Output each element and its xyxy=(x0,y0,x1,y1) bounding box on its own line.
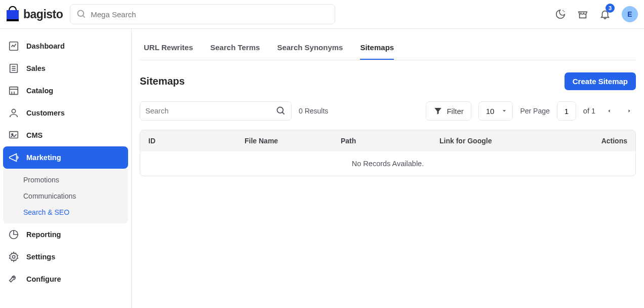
notifications-button[interactable]: 3 xyxy=(599,9,611,20)
main-content: URL Rewrites Search Terms Search Synonym… xyxy=(132,29,644,308)
search-icon xyxy=(76,9,87,19)
mega-search[interactable] xyxy=(70,4,335,24)
filter-icon xyxy=(433,106,442,115)
table-header-row: ID File Name Path Link for Google Action… xyxy=(140,130,635,151)
per-page-label: Per Page xyxy=(520,107,549,115)
col-header-actions: Actions xyxy=(582,137,627,145)
sidebar-item-marketing[interactable]: Marketing xyxy=(3,146,128,169)
dashboard-icon xyxy=(8,41,19,52)
sidebar-item-label: Marketing xyxy=(26,153,61,162)
tab-bar: URL Rewrites Search Terms Search Synonym… xyxy=(140,38,636,60)
configure-icon xyxy=(8,274,19,285)
svg-point-2 xyxy=(78,11,84,17)
marketing-subnav: Promotions Communications Search & SEO xyxy=(3,169,128,223)
sidebar-item-settings[interactable]: Settings xyxy=(3,246,128,268)
next-page-button[interactable] xyxy=(623,104,636,118)
subnav-communications[interactable]: Communications xyxy=(3,188,128,204)
subnav-promotions[interactable]: Promotions xyxy=(3,172,128,188)
theme-toggle[interactable] xyxy=(555,9,566,20)
svg-point-13 xyxy=(12,109,15,113)
svg-rect-9 xyxy=(10,87,18,95)
col-header-path[interactable]: Path xyxy=(341,137,439,145)
sidebar-item-dashboard[interactable]: Dashboard xyxy=(3,35,128,57)
table-toolbar: 0 Results Filter 10 Per Page of 1 xyxy=(140,101,636,121)
chevron-left-icon xyxy=(606,108,612,114)
tab-search-synonyms[interactable]: Search Synonyms xyxy=(277,38,343,60)
sidebar-item-customers[interactable]: Customers xyxy=(3,102,128,124)
sidebar-item-configure[interactable]: Configure xyxy=(3,268,128,290)
page-header: Sitemaps Create Sitemap xyxy=(140,72,636,90)
table-search[interactable] xyxy=(140,101,292,121)
sidebar-item-label: Customers xyxy=(26,109,65,117)
tab-sitemaps[interactable]: Sitemaps xyxy=(360,38,394,60)
svg-point-18 xyxy=(277,107,284,113)
reporting-icon xyxy=(8,229,19,240)
page-total: of 1 xyxy=(583,107,595,115)
data-table: ID File Name Path Link for Google Action… xyxy=(140,130,636,176)
tab-url-rewrites[interactable]: URL Rewrites xyxy=(144,38,193,60)
logo-bag-icon xyxy=(5,6,20,22)
per-page-select[interactable]: 10 xyxy=(478,101,513,121)
store-icon xyxy=(577,9,588,20)
col-header-link[interactable]: Link for Google xyxy=(439,137,582,145)
sidebar-item-label: Settings xyxy=(26,253,55,261)
filter-button[interactable]: Filter xyxy=(426,101,471,121)
col-header-id[interactable]: ID xyxy=(148,137,245,145)
tab-search-terms[interactable]: Search Terms xyxy=(210,38,260,60)
results-count: 0 Results xyxy=(299,107,328,115)
header-actions: 3 E xyxy=(555,6,638,22)
page-number-input[interactable] xyxy=(557,101,576,121)
sidebar-item-label: Catalog xyxy=(26,87,53,95)
marketing-icon xyxy=(8,152,19,163)
sidebar: Dashboard Sales Catalog Customers CMS Ma… xyxy=(0,29,132,308)
sidebar-item-label: Configure xyxy=(26,275,61,283)
cms-icon xyxy=(8,130,19,141)
prev-page-button[interactable] xyxy=(602,104,616,118)
sidebar-item-label: Reporting xyxy=(26,230,61,239)
mega-search-input[interactable] xyxy=(91,10,329,19)
page-title: Sitemaps xyxy=(140,75,185,87)
sidebar-item-label: Dashboard xyxy=(26,42,65,50)
top-header: bagisto 3 E xyxy=(0,0,644,29)
svg-point-17 xyxy=(12,255,15,258)
svg-rect-1 xyxy=(7,19,19,21)
svg-rect-14 xyxy=(10,132,18,138)
per-page-value: 10 xyxy=(486,107,495,115)
table-search-input[interactable] xyxy=(145,107,272,115)
subnav-search-seo[interactable]: Search & SEO xyxy=(3,204,128,220)
sales-icon xyxy=(8,63,19,74)
sidebar-item-cms[interactable]: CMS xyxy=(3,124,128,146)
logo-text: bagisto xyxy=(23,8,63,21)
col-header-file[interactable]: File Name xyxy=(245,137,341,145)
catalog-icon xyxy=(8,85,19,96)
chevron-right-icon xyxy=(626,108,632,114)
moon-icon xyxy=(555,9,566,20)
settings-icon xyxy=(8,251,19,262)
empty-state: No Records Available. xyxy=(140,151,635,176)
create-sitemap-button[interactable]: Create Sitemap xyxy=(565,72,636,90)
sidebar-item-label: Sales xyxy=(26,64,46,72)
store-button[interactable] xyxy=(577,9,588,20)
sidebar-item-reporting[interactable]: Reporting xyxy=(3,223,128,246)
logo[interactable]: bagisto xyxy=(5,6,63,22)
sidebar-item-catalog[interactable]: Catalog xyxy=(3,80,128,102)
customers-icon xyxy=(8,107,19,119)
svg-line-3 xyxy=(83,16,85,18)
sidebar-item-sales[interactable]: Sales xyxy=(3,57,128,80)
search-icon xyxy=(276,106,286,116)
filter-label: Filter xyxy=(447,107,463,115)
notification-badge: 3 xyxy=(606,4,615,13)
svg-line-19 xyxy=(283,112,285,114)
chevron-down-icon xyxy=(501,108,507,114)
user-avatar[interactable]: E xyxy=(622,6,638,22)
sidebar-item-label: CMS xyxy=(26,131,43,139)
